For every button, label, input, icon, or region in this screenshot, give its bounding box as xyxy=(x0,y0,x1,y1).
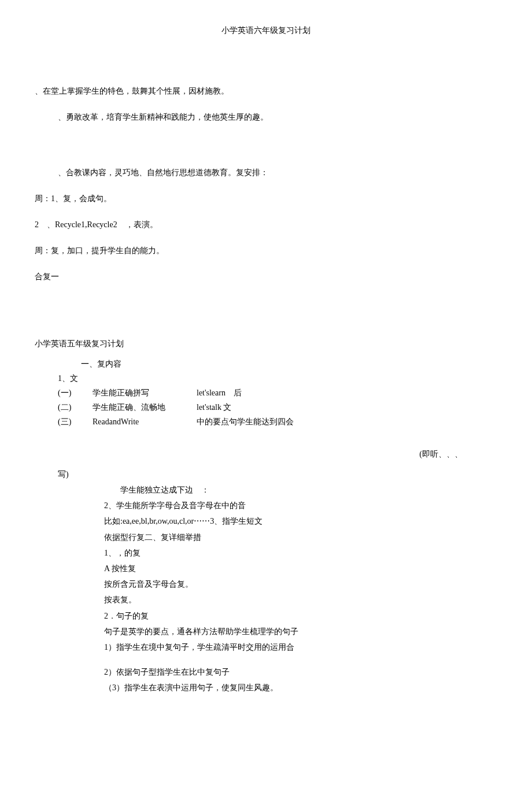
paragraph: 、在堂上掌握学生的特色，鼓舞其个性展，因材施教。 xyxy=(35,84,497,98)
row-label: (三) xyxy=(58,415,93,429)
row-text: 学生能正确、流畅地 xyxy=(93,400,197,415)
body-line: （3）指学生在表演中运用句子，使复同生风趣。 xyxy=(104,680,497,695)
note-text: (即听、、、 xyxy=(35,447,463,461)
table-row: (三) ReadandWrite 中的要点句学生能达到四会 xyxy=(58,415,497,429)
body-line: 按所含元音及字母合复。 xyxy=(104,577,497,591)
body-line: 1、，的复 xyxy=(104,546,497,560)
row-text: 中的要点句学生能达到四会 xyxy=(197,415,497,429)
row-text: let'stalk 文 xyxy=(197,400,497,415)
paragraph: 、合教课内容，灵巧地、自然地行思想道德教育。复安排： xyxy=(58,165,497,180)
section-heading: 一、复内容 xyxy=(81,357,497,371)
body-block: 学生能独立达成下边 ： 2、学生能所学字母合及音字母在中的音 比如:ea,ee,… xyxy=(104,483,497,695)
body-line: 2．句子的复 xyxy=(104,609,497,623)
paragraph: 、勇敢改革，培育学生新精神和践能力，使他英生厚的趣。 xyxy=(58,110,497,124)
paragraph: 合复一 xyxy=(35,269,497,284)
row-label: (二) xyxy=(58,400,93,415)
body-line: A 按性复 xyxy=(104,561,497,576)
text: 写) xyxy=(58,467,497,482)
body-line: 2、学生能所学字母合及音字母在中的音 xyxy=(104,498,497,513)
row-text: 学生能正确拼写 xyxy=(93,386,197,400)
body-line: 依据型行复二、复详细举措 xyxy=(104,530,497,545)
body-line: 学生能独立达成下边 ： xyxy=(104,483,497,497)
row-text: ReadandWrite xyxy=(93,415,197,429)
paragraph: 2 、Recycle1,Recycle2 ，表演。 xyxy=(35,217,497,232)
table-row: (二) 学生能正确、流畅地 let'stalk 文 xyxy=(58,400,497,415)
body-line: 2）依据句子型指学生在比中复句子 xyxy=(104,665,497,679)
row-text: let'slearn 后 xyxy=(197,386,497,400)
row-label: (一) xyxy=(58,386,93,400)
paragraph: 周：复，加口，提升学生自的能力。 xyxy=(35,243,497,258)
section-subtitle: 小学英语五年级复习计划 xyxy=(35,336,497,351)
body-line: 按表复。 xyxy=(104,593,497,607)
list-item: 1、文 xyxy=(58,371,497,386)
body-line: 比如:ea,ee,bl,br,ow,ou,cl,or⋯⋯3、指学生短文 xyxy=(104,514,497,528)
body-line: 句子是英学的要点，通各样方法帮助学生梳理学的句子 xyxy=(104,624,497,639)
body-line: 1）指学生在境中复句子，学生疏清平时交用的运用合 xyxy=(104,640,497,654)
table-row: (一) 学生能正确拼写 let'slearn 后 xyxy=(58,386,497,400)
paragraph: 周：1、复，会成句。 xyxy=(35,191,497,206)
page-title: 小学英语六年级复习计划 xyxy=(35,23,497,38)
